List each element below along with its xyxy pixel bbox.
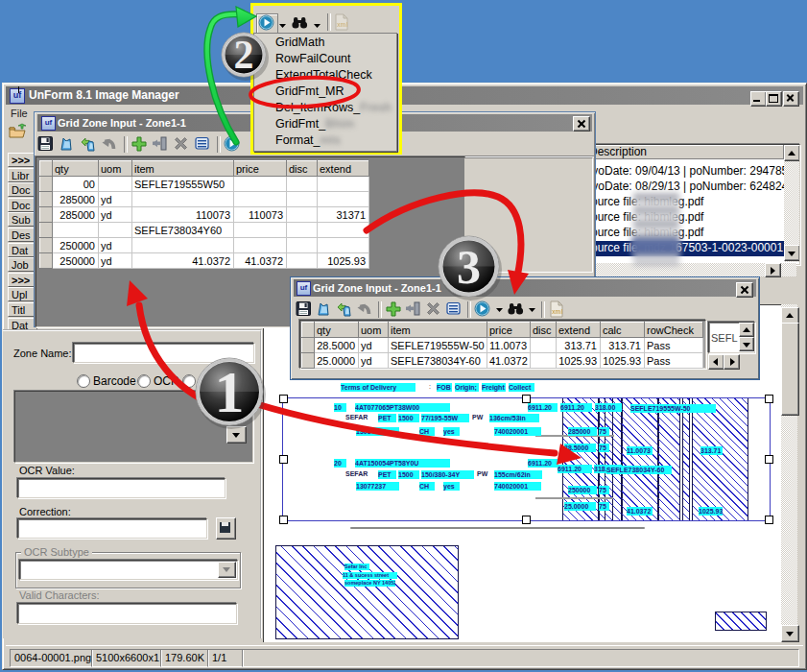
svg-text:xml: xml (337, 21, 347, 28)
svg-text:xml: xml (552, 308, 562, 315)
